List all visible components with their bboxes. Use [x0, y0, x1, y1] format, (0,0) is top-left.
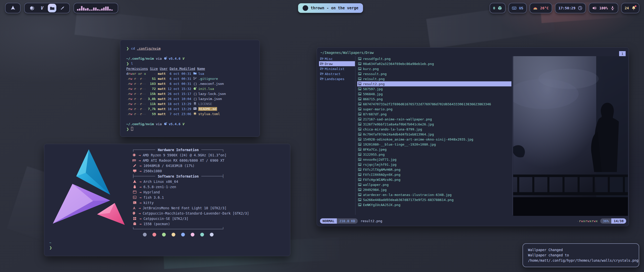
file-row[interactable]: result2.png [357, 81, 511, 86]
launcher-pill[interactable] [5, 3, 21, 13]
image-file-icon [358, 198, 361, 201]
workspace-vim-icon[interactable]: V [38, 4, 46, 12]
pane-divider [355, 56, 355, 215]
file-row[interactable]: 217167-sad-anime-rain-wallpaper.png [357, 117, 511, 122]
grid-icon [132, 217, 137, 220]
file-row[interactable]: chica-mirando-la-luna-8799.jpg [357, 127, 511, 132]
module-volume[interactable]: 100% [589, 3, 618, 13]
file-row[interactable]: FXfcJlTXgAMvH6R.png [357, 167, 511, 172]
sidebar-item-abstract[interactable]: Abstract [319, 71, 355, 76]
vim-mode-glyph: V [183, 57, 185, 60]
color-dot [181, 233, 185, 236]
file-row[interactable]: 596848.jpg [357, 91, 511, 96]
listing-row: .rw-r--r-- 72 matt 12 oct 15:32 init.lua [126, 86, 254, 91]
listing-row: .rw-r--r-- 51 matt 6 oct 00:31 .gitignor… [126, 76, 254, 81]
cursor-position-badge: 14/38 [611, 218, 626, 224]
file-row[interactable]: FXfcHgcWIAMzs0G.png [357, 177, 511, 182]
folder-open-icon [320, 57, 324, 60]
file-row[interactable]: re1sult.png [357, 76, 511, 81]
workspace-folder-icon[interactable] [48, 4, 56, 12]
terminal-cursor [131, 127, 133, 131]
visualizer-bar [105, 7, 107, 11]
file-row[interactable]: ressdfgult.png [357, 56, 511, 61]
fetch-row: →AMD ATI Radeon RX 6800/6800 XT / 6900 X… [132, 158, 224, 163]
sidebar-item-draw[interactable]: Draw [319, 61, 355, 66]
terminal-window: ❯ cd .config/nvim ~/.config/nvim via v5.… [120, 40, 260, 137]
file-row[interactable]: 3122955.png [357, 152, 511, 157]
module-notifications[interactable]: 24 [621, 3, 639, 13]
file-name: .neoconf.json [198, 82, 224, 86]
rainbow-icon [533, 6, 538, 10]
file-row[interactable]: 3126f7e9bbf21a8a4af0b67b041c6e26.jpg [357, 122, 511, 127]
terminal-prompt-line: ❯ [126, 127, 254, 132]
clock-icon [578, 6, 582, 10]
image-file-icon [358, 168, 361, 171]
listing-row: .rw-r--r-- 11k matt 18 oct 13:29 LICENSE [126, 101, 254, 107]
file-row[interactable]: EeNKYgIUcAAJ5JX.png [357, 202, 511, 207]
visualizer-bar [99, 10, 101, 11]
image-file-icon [358, 183, 361, 186]
file-permissions: -rwxrwxrwx [577, 219, 598, 223]
file-row[interactable]: 587597.jpg [357, 86, 511, 91]
file-row[interactable]: 5a266e448add93deab367d87173e9f25-6837886… [357, 197, 511, 202]
file-row[interactable]: rsjqojlmjhf91.jpg [357, 162, 511, 167]
color-dot [210, 233, 214, 236]
sidebar-item-misc[interactable]: Misc [319, 56, 355, 61]
image-file-icon [358, 148, 361, 151]
fetch-prompt: ~ ❯ [49, 240, 52, 250]
color-dot [191, 233, 194, 236]
workspace-brush-icon[interactable] [58, 4, 66, 12]
vim-mode-glyph: V [183, 122, 185, 126]
command-cd: cd [131, 47, 135, 50]
fetch-info: ┌Hardware Information┐→AMD Ryzen 9 5900X… [132, 147, 224, 232]
sidebar-item-landscapes[interactable]: Landscapes [319, 76, 355, 81]
file-row[interactable]: 68747470733a2f2f696d616765732d7769786d70… [357, 101, 511, 107]
file-row[interactable]: 87r687df.png [357, 112, 511, 117]
updates-label: 0 [493, 6, 495, 10]
visualizer-bar [83, 8, 85, 11]
notification-popup[interactable]: Wallpaper Changed Wallpaper changed to /… [522, 243, 639, 267]
file-row[interactable]: super-mario.png [357, 107, 511, 112]
listing-row: .rw-r--r-- 59 matt 7 oct 23:06 stylua.to… [126, 112, 254, 117]
sidebar-item-minimalist[interactable]: Minimalist [319, 66, 355, 71]
file-row[interactable]: 8FKa7Cu.jpeg [357, 147, 511, 152]
file-row[interactable]: 19201080-__blue-tinge__-1920×1080.jpg [357, 142, 511, 147]
mic-icon [610, 6, 615, 10]
folder-open-icon [320, 62, 324, 65]
bell-icon [631, 6, 636, 10]
media-player-pill[interactable]: thrown - on the verge [298, 3, 363, 13]
file-row[interactable]: atardecer-en-la-montanas-ilustracion-634… [357, 192, 511, 197]
terminal-icon [132, 201, 137, 205]
module-updates[interactable]: 0 [490, 3, 506, 13]
visualizer-pill [73, 3, 118, 13]
fetch-row: →6.5.8-zen1-1-zen [132, 184, 224, 189]
file-row[interactable]: 866715.png [357, 96, 511, 101]
module-keyboard[interactable]: US [508, 3, 527, 13]
keyboard-icon [512, 6, 516, 10]
color-dot [143, 233, 147, 236]
workspace-firefox-icon[interactable] [28, 4, 36, 12]
file-row[interactable]: 08a634fa02a32364f69ebc86a98eb1eb.png [357, 61, 511, 66]
file-row[interactable]: FXfcII0X0AQyn9X.png [357, 172, 511, 177]
file-row[interactable]: 0c794faf07de24a4db4d4fb1eb813964.jpg [357, 132, 511, 137]
file-row[interactable]: wallpaper.png [357, 182, 511, 187]
file-row[interactable]: 20492984.jpg [357, 187, 511, 192]
file-name: LICENSE [198, 102, 212, 106]
module-clock[interactable]: 17:50:29 [555, 3, 586, 13]
visualizer-bar [91, 10, 93, 11]
display-icon [132, 169, 137, 173]
folder-open-icon [320, 72, 324, 76]
file-row[interactable]: 154928-odinokoe_anime-art-anime-okno-sin… [357, 137, 511, 142]
file-row[interactable]: nnvuv0xj2df71.jpg [357, 157, 511, 162]
file-name: README.md [198, 107, 217, 111]
visualizer-bar [97, 9, 99, 11]
git-file-icon [193, 77, 197, 80]
arch-launcher-button[interactable] [9, 4, 17, 12]
visualizer-bar [87, 8, 89, 11]
file-name: init.lua [198, 87, 214, 91]
file-row[interactable]: kurz.png [357, 66, 511, 71]
module-weather[interactable]: 26°C [530, 3, 552, 13]
tab-badge[interactable]: 1 [619, 51, 626, 56]
image-file-icon [358, 67, 361, 71]
file-row[interactable]: resssult.png [357, 71, 511, 76]
